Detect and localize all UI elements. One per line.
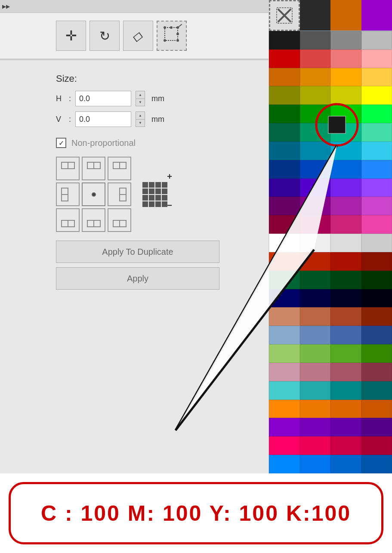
anchor-cell-tl[interactable] [56, 157, 80, 180]
color-cell[interactable] [300, 436, 331, 455]
color-cell[interactable] [300, 215, 331, 234]
color-cell[interactable] [300, 289, 331, 308]
color-cell[interactable] [269, 105, 300, 123]
color-cell[interactable] [300, 252, 331, 271]
color-cell[interactable] [300, 31, 331, 49]
h-spinner-up[interactable]: ▲ [136, 91, 145, 99]
color-cell[interactable] [330, 326, 361, 344]
color-cell[interactable] [330, 307, 361, 326]
color-cell[interactable] [269, 418, 300, 436]
color-cell[interactable] [269, 455, 300, 473]
color-cell[interactable] [330, 363, 361, 381]
color-cell[interactable] [300, 49, 331, 68]
color-cell[interactable] [330, 68, 361, 87]
h-spinner-down[interactable]: ▼ [136, 99, 145, 106]
color-cell[interactable] [330, 455, 361, 473]
color-cell[interactable] [300, 179, 331, 197]
color-cell[interactable] [361, 271, 392, 289]
color-cell[interactable] [300, 381, 331, 400]
color-cell[interactable] [361, 105, 392, 123]
color-cell[interactable] [269, 381, 300, 400]
color-cell[interactable] [300, 160, 331, 179]
color-cell[interactable] [361, 123, 392, 142]
v-spinner-down[interactable]: ▼ [136, 120, 145, 127]
color-cell[interactable] [300, 363, 331, 381]
color-cell[interactable] [361, 289, 392, 308]
color-cell[interactable] [269, 234, 300, 252]
color-cell[interactable] [361, 455, 392, 473]
anchor-cell-ml[interactable] [56, 182, 80, 206]
color-cell[interactable] [269, 179, 300, 197]
color-cell[interactable] [269, 400, 300, 418]
color-cell[interactable] [300, 344, 331, 363]
color-cell[interactable] [330, 289, 361, 308]
color-cell[interactable] [361, 400, 392, 418]
color-cell[interactable] [330, 344, 361, 363]
anchor-cell-bl[interactable] [56, 208, 80, 232]
color-cell[interactable] [361, 436, 392, 455]
color-cell[interactable] [300, 455, 331, 473]
color-cell[interactable] [269, 307, 300, 326]
color-cell[interactable] [269, 289, 300, 308]
color-cell[interactable] [330, 197, 361, 215]
color-cell[interactable] [269, 160, 300, 179]
color-cell[interactable] [269, 363, 300, 381]
color-cell[interactable] [330, 381, 361, 400]
color-cell[interactable] [361, 252, 392, 271]
color-cell[interactable] [269, 326, 300, 344]
color-cell[interactable] [330, 86, 361, 105]
color-cell[interactable] [300, 418, 331, 436]
v-spinner-up[interactable]: ▲ [136, 112, 145, 120]
color-cell[interactable] [330, 418, 361, 436]
color-cell[interactable] [330, 49, 361, 68]
color-cell[interactable] [269, 31, 300, 49]
color-cell[interactable] [361, 381, 392, 400]
color-cell[interactable] [269, 49, 300, 68]
color-cell[interactable] [300, 307, 331, 326]
v-spinner[interactable]: ▲ ▼ [136, 111, 145, 127]
color-cell[interactable] [300, 105, 331, 123]
color-cell-black-dark[interactable] [300, 0, 330, 31]
color-cell[interactable] [330, 436, 361, 455]
color-cell[interactable] [361, 363, 392, 381]
shear-tool-button[interactable]: ◇ [123, 21, 153, 51]
color-cell[interactable] [330, 234, 361, 252]
color-cell[interactable] [269, 344, 300, 363]
apply-button[interactable]: Apply [56, 267, 219, 290]
color-cell[interactable] [361, 68, 392, 87]
color-cell[interactable] [300, 68, 331, 87]
color-cell[interactable] [300, 123, 331, 142]
color-cell[interactable] [330, 123, 361, 142]
color-cell[interactable] [300, 400, 331, 418]
color-cell[interactable] [361, 326, 392, 344]
color-cell[interactable] [300, 86, 331, 105]
color-cell[interactable] [330, 160, 361, 179]
anchor-cell-tr[interactable] [108, 157, 131, 180]
color-cell[interactable] [269, 142, 300, 160]
color-cell[interactable] [300, 142, 331, 160]
color-cell[interactable] [269, 252, 300, 271]
color-cell[interactable] [300, 271, 331, 289]
color-cell[interactable] [269, 123, 300, 142]
v-value-input[interactable] [75, 111, 131, 127]
color-cell[interactable] [300, 326, 331, 344]
color-cell[interactable] [361, 197, 392, 215]
no-color-cell[interactable] [269, 0, 300, 31]
anchor-cell-bm[interactable] [82, 208, 105, 232]
color-cell[interactable] [330, 179, 361, 197]
color-cell[interactable] [330, 142, 361, 160]
non-proportional-checkbox[interactable]: ✓ [56, 138, 66, 148]
color-cell[interactable] [330, 252, 361, 271]
h-value-input[interactable] [75, 91, 131, 106]
color-cell[interactable] [361, 234, 392, 252]
color-cell[interactable] [361, 49, 392, 68]
color-cell[interactable] [361, 142, 392, 160]
color-cell[interactable] [330, 215, 361, 234]
resize-grid-icon[interactable]: + − [140, 174, 170, 208]
color-cell[interactable] [269, 86, 300, 105]
color-cell[interactable] [269, 197, 300, 215]
anchor-cell-center[interactable] [82, 182, 105, 206]
color-cell[interactable] [330, 105, 361, 123]
color-cell[interactable] [361, 307, 392, 326]
color-cell[interactable] [361, 179, 392, 197]
